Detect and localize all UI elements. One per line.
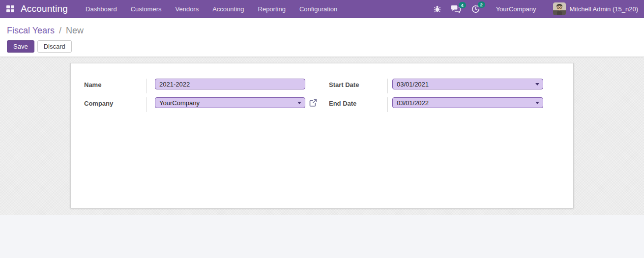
end-date-label: End Date <box>329 100 356 107</box>
apps-grid-square <box>6 5 10 8</box>
top-navbar: Accounting Dashboard Customers Vendors A… <box>0 0 644 18</box>
company-field-cell <box>146 97 318 112</box>
apps-menu-icon[interactable] <box>6 5 15 13</box>
company-label: Company <box>84 100 113 107</box>
apps-grid-square <box>11 9 14 12</box>
messages-count-badge: 4 <box>459 2 466 8</box>
start-date-caret-down-icon[interactable] <box>535 83 539 86</box>
breadcrumb-current: New <box>66 26 84 35</box>
activities-count-badge: 2 <box>478 1 485 8</box>
end-date-caret-down-icon[interactable] <box>535 102 539 104</box>
debug-bug-icon[interactable] <box>434 5 441 13</box>
control-panel: Fiscal Years / New Save Discard <box>0 18 644 57</box>
name-label: Name <box>84 81 101 88</box>
breadcrumb-fiscal-years-link[interactable]: Fiscal Years <box>7 26 55 35</box>
start-date-label-cell: Start Date <box>322 79 388 93</box>
user-menu[interactable]: Mitchell Admin (15_n20) <box>553 2 638 15</box>
breadcrumb-separator: / <box>59 26 61 35</box>
name-field-cell <box>146 79 318 93</box>
main-menu: Dashboard Customers Vendors Accounting R… <box>79 0 344 18</box>
end-date-label-cell: End Date <box>322 97 388 112</box>
company-external-link-icon[interactable] <box>309 98 318 109</box>
company-label-cell: Company <box>84 97 146 112</box>
menu-item-configuration[interactable]: Configuration <box>293 0 344 18</box>
name-field-widget <box>155 79 305 89</box>
company-input[interactable] <box>155 97 305 108</box>
company-field-widget <box>155 97 305 108</box>
systray: 4 2 YourCompany <box>424 2 638 15</box>
save-button[interactable]: Save <box>7 40 34 53</box>
form-group-right: Start Date End Date <box>322 79 543 112</box>
activities-clock-icon[interactable]: 2 <box>471 4 480 14</box>
company-caret-down-icon[interactable] <box>297 102 301 104</box>
name-label-cell: Name <box>84 79 146 93</box>
control-panel-buttons: Save Discard <box>7 40 636 53</box>
discard-button[interactable]: Discard <box>37 40 72 53</box>
form-view-background: Name Company <box>0 57 644 215</box>
end-date-input[interactable] <box>392 97 543 108</box>
company-switcher[interactable]: YourCompany <box>496 5 536 13</box>
end-date-field-widget <box>392 97 543 108</box>
start-date-label: Start Date <box>329 81 359 88</box>
end-date-field-cell <box>388 97 543 112</box>
name-input[interactable] <box>155 79 305 89</box>
menu-item-accounting[interactable]: Accounting <box>205 0 251 18</box>
user-avatar <box>553 2 566 15</box>
form-field-grid: Name Company <box>71 63 573 112</box>
menu-item-customers[interactable]: Customers <box>124 0 169 18</box>
start-date-field-cell <box>388 79 543 93</box>
breadcrumb: Fiscal Years / New <box>7 24 636 37</box>
user-name: Mitchell Admin (15_n20) <box>570 5 638 13</box>
app-brand-title[interactable]: Accounting <box>21 3 68 14</box>
apps-grid-square <box>11 5 14 8</box>
apps-grid-square <box>6 9 10 12</box>
page-footer-area <box>0 215 644 258</box>
menu-item-reporting[interactable]: Reporting <box>251 0 293 18</box>
messages-icon[interactable]: 4 <box>451 5 461 13</box>
start-date-input[interactable] <box>392 79 543 89</box>
form-group-left: Name Company <box>84 79 318 112</box>
form-sheet: Name Company <box>70 63 574 208</box>
menu-item-vendors[interactable]: Vendors <box>168 0 205 18</box>
menu-item-dashboard[interactable]: Dashboard <box>79 0 124 18</box>
start-date-field-widget <box>392 79 543 89</box>
